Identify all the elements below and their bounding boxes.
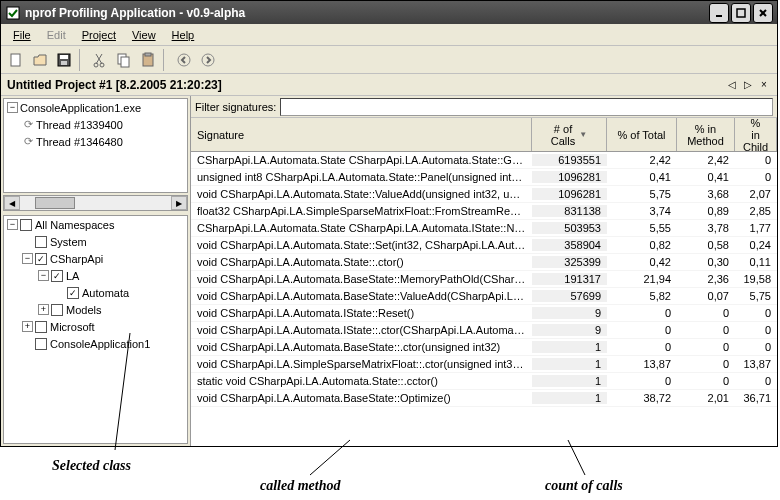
scroll-thumb[interactable]	[35, 197, 75, 209]
scroll-left-icon[interactable]: ◀	[4, 196, 20, 210]
project-title: Untitled Project #1 [8.2.2005 21:20:23]	[7, 78, 222, 92]
checkbox[interactable]	[35, 338, 47, 350]
sort-desc-icon: ▼	[579, 130, 587, 139]
ns-root[interactable]: All Namespaces	[35, 219, 114, 231]
checkbox-checked[interactable]: ✓	[67, 287, 79, 299]
cell-signature: void CSharpApi.LA.Automata.State::Set(in…	[191, 239, 532, 251]
ns-automata[interactable]: Automata	[82, 287, 129, 299]
tree-thread[interactable]: Thread #1346480	[36, 136, 123, 148]
namespace-tree[interactable]: − All Namespaces System − ✓ CSharpApi − …	[3, 215, 188, 444]
cell-total: 0,42	[607, 256, 677, 268]
table-row[interactable]: void CSharpApi.LA.Automata.BaseState::Va…	[191, 288, 777, 305]
checkbox[interactable]	[51, 304, 63, 316]
cell-signature: void CSharpApi.LA.SimpleSparseMatrixFloa…	[191, 358, 532, 370]
cell-child: 36,71	[735, 392, 777, 404]
table-row[interactable]: unsigned int8 CSharpApi.LA.Automata.Stat…	[191, 169, 777, 186]
table-row[interactable]: float32 CSharpApi.LA.SimpleSparseMatrixF…	[191, 203, 777, 220]
back-icon[interactable]	[173, 49, 195, 71]
copy-icon[interactable]	[113, 49, 135, 71]
table-row[interactable]: void CSharpApi.LA.Automata.IState::Reset…	[191, 305, 777, 322]
ns-la[interactable]: LA	[66, 270, 79, 282]
checkbox-checked[interactable]: ✓	[35, 253, 47, 265]
cell-method: 0,41	[677, 171, 735, 183]
maximize-button[interactable]	[731, 3, 751, 23]
menu-project[interactable]: Project	[74, 27, 124, 43]
table-row[interactable]: void CSharpApi.LA.Automata.State::.ctor(…	[191, 254, 777, 271]
table-row[interactable]: CSharpApi.LA.Automata.State CSharpApi.LA…	[191, 152, 777, 169]
toolbar	[1, 46, 777, 74]
window-title: nprof Profiling Application - v0.9-alpha	[25, 6, 709, 20]
cell-total: 0	[607, 307, 677, 319]
cell-calls: 1	[532, 375, 607, 387]
table-row[interactable]: void CSharpApi.LA.Automata.BaseState::Op…	[191, 390, 777, 407]
svg-rect-12	[121, 57, 129, 67]
menu-file[interactable]: File	[5, 27, 39, 43]
expand-icon[interactable]: +	[22, 321, 33, 332]
cell-total: 5,55	[607, 222, 677, 234]
tree-root[interactable]: ConsoleApplication1.exe	[20, 102, 141, 114]
collapse-icon[interactable]: −	[7, 102, 18, 113]
table-row[interactable]: static void CSharpApi.LA.Automata.State:…	[191, 373, 777, 390]
col-total[interactable]: % of Total	[607, 118, 677, 151]
cell-signature: void CSharpApi.LA.Automata.BaseState::.c…	[191, 341, 532, 353]
cell-method: 0	[677, 358, 735, 370]
cell-signature: void CSharpApi.LA.Automata.BaseState::Me…	[191, 273, 532, 285]
save-icon[interactable]	[53, 49, 75, 71]
svg-rect-7	[60, 55, 68, 59]
checkbox[interactable]	[35, 236, 47, 248]
cell-child: 0	[735, 341, 777, 353]
table-row[interactable]: void CSharpApi.LA.Automata.BaseState::.c…	[191, 339, 777, 356]
new-icon[interactable]	[5, 49, 27, 71]
cell-method: 2,42	[677, 154, 735, 166]
threads-tree[interactable]: − ConsoleApplication1.exe ⟳ Thread #1339…	[3, 98, 188, 193]
checkbox[interactable]	[35, 321, 47, 333]
menu-help[interactable]: Help	[164, 27, 203, 43]
cell-calls: 1	[532, 358, 607, 370]
ns-microsoft[interactable]: Microsoft	[50, 321, 95, 333]
svg-rect-5	[11, 54, 20, 66]
open-icon[interactable]	[29, 49, 51, 71]
ns-system[interactable]: System	[50, 236, 87, 248]
next-view-icon[interactable]: ▷	[741, 78, 755, 92]
forward-icon[interactable]	[197, 49, 219, 71]
cell-child: 0	[735, 171, 777, 183]
close-tab-icon[interactable]: ×	[757, 78, 771, 92]
col-calls[interactable]: # of Calls▼	[532, 118, 607, 151]
table-row[interactable]: void CSharpApi.LA.Automata.BaseState::Me…	[191, 271, 777, 288]
ns-consoleapp[interactable]: ConsoleApplication1	[50, 338, 150, 350]
cell-calls: 1	[532, 341, 607, 353]
expand-icon[interactable]: +	[38, 304, 49, 315]
table-row[interactable]: CSharpApi.LA.Automata.State CSharpApi.LA…	[191, 220, 777, 237]
table-row[interactable]: void CSharpApi.LA.Automata.State::ValueA…	[191, 186, 777, 203]
cut-icon[interactable]	[89, 49, 111, 71]
paste-icon[interactable]	[137, 49, 159, 71]
scroll-right-icon[interactable]: ▶	[171, 196, 187, 210]
table-row[interactable]: void CSharpApi.LA.Automata.IState::.ctor…	[191, 322, 777, 339]
table-row[interactable]: void CSharpApi.LA.SimpleSparseMatrixFloa…	[191, 356, 777, 373]
cell-method: 3,78	[677, 222, 735, 234]
collapse-icon[interactable]: −	[38, 270, 49, 281]
ns-csharpapi[interactable]: CSharpApi	[50, 253, 103, 265]
tree-thread[interactable]: Thread #1339400	[36, 119, 123, 131]
cell-calls: 191317	[532, 273, 607, 285]
table-row[interactable]: void CSharpApi.LA.Automata.State::Set(in…	[191, 237, 777, 254]
collapse-icon[interactable]: −	[7, 219, 18, 230]
cell-method: 0,30	[677, 256, 735, 268]
grid-body[interactable]: CSharpApi.LA.Automata.State CSharpApi.LA…	[191, 152, 777, 446]
checkbox[interactable]	[20, 219, 32, 231]
close-button[interactable]	[753, 3, 773, 23]
collapse-icon[interactable]: −	[22, 253, 33, 264]
tree-hscroll[interactable]: ◀ ▶	[3, 195, 188, 211]
col-method[interactable]: % in Method	[677, 118, 735, 151]
col-child[interactable]: % in Child	[735, 118, 777, 151]
menu-edit: Edit	[39, 27, 74, 43]
ns-models[interactable]: Models	[66, 304, 101, 316]
cell-calls: 6193551	[532, 154, 607, 166]
checkbox-checked[interactable]: ✓	[51, 270, 63, 282]
minimize-button[interactable]	[709, 3, 729, 23]
filter-input[interactable]	[280, 98, 773, 116]
menu-view[interactable]: View	[124, 27, 164, 43]
col-signature[interactable]: Signature	[191, 118, 532, 151]
prev-view-icon[interactable]: ◁	[725, 78, 739, 92]
cell-total: 0	[607, 324, 677, 336]
